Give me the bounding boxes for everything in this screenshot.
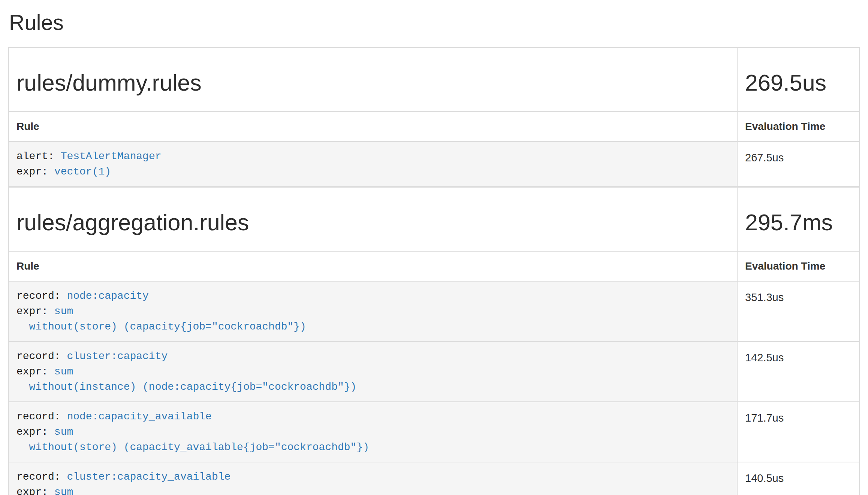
rule-row: record: node:capacity expr: sum without(… <box>9 281 859 341</box>
rule-group-file: rules/aggregation.rules <box>16 206 729 239</box>
page-title: Rules <box>9 7 860 38</box>
rule-name-link[interactable]: cluster:capacity_available <box>67 471 230 483</box>
rule-name-link[interactable]: node:capacity <box>67 290 148 302</box>
rule-expr-label: expr: <box>16 166 48 177</box>
column-header-row: Rule Evaluation Time <box>9 251 859 281</box>
rule-group-eval-time: 269.5us <box>745 67 852 99</box>
rule-definition: alert: TestAlertManager expr: vector(1) <box>9 142 737 186</box>
group-heading-row: rules/aggregation.rules 295.7ms <box>9 187 859 251</box>
column-header-row: Rule Evaluation Time <box>9 112 859 142</box>
rule-row: record: cluster:capacity expr: sum witho… <box>9 341 859 402</box>
rule-name-link[interactable]: TestAlertManager <box>61 151 162 162</box>
rule-expr-label: expr: <box>16 426 48 438</box>
rule-type-label: record: <box>16 411 61 422</box>
rule-expr-label: expr: <box>16 306 48 317</box>
rule-group-table-aggregation: rules/aggregation.rules 295.7ms Rule Eva… <box>8 187 860 495</box>
rule-type-label: record: <box>16 290 61 302</box>
rule-row: alert: TestAlertManager expr: vector(1) … <box>9 142 859 186</box>
rule-expr-link[interactable]: vector(1) <box>54 166 111 177</box>
rule-group-table-dummy: rules/dummy.rules 269.5us Rule Evaluatio… <box>8 47 860 187</box>
rule-column-header: Rule <box>9 251 737 281</box>
rule-name-link[interactable]: node:capacity_available <box>67 411 211 422</box>
rule-eval-time: 267.5us <box>737 142 859 186</box>
rule-eval-time: 140.5us <box>737 462 859 495</box>
rule-definition: record: node:capacity_available expr: su… <box>9 402 737 462</box>
rule-definition: record: cluster:capacity_available expr:… <box>9 462 737 495</box>
rule-expr-label: expr: <box>16 366 48 377</box>
rule-type-label: alert: <box>16 151 54 162</box>
rule-column-header: Rule <box>9 112 737 142</box>
rule-type-label: record: <box>16 350 61 362</box>
rules-page: Rules rules/dummy.rules 269.5us Rule Eva… <box>0 7 868 495</box>
rule-row: record: cluster:capacity_available expr:… <box>9 462 859 495</box>
group-heading-row: rules/dummy.rules 269.5us <box>9 48 859 112</box>
rule-definition: record: node:capacity expr: sum without(… <box>9 282 737 341</box>
rule-type-label: record: <box>16 471 61 483</box>
rule-definition: record: cluster:capacity expr: sum witho… <box>9 342 737 401</box>
rule-expr-link[interactable]: sum without(instance) (node:capacity{job… <box>16 366 356 393</box>
rule-row: record: node:capacity_available expr: su… <box>9 402 859 462</box>
rule-group-eval-time: 295.7ms <box>745 206 852 239</box>
rule-name-link[interactable]: cluster:capacity <box>67 350 168 362</box>
rule-eval-time: 142.5us <box>737 341 859 402</box>
eval-time-column-header: Evaluation Time <box>737 112 859 142</box>
rule-expr-link[interactable]: sum without(store) (capacity_available{j… <box>16 426 369 453</box>
rule-eval-time: 351.3us <box>737 281 859 341</box>
eval-time-column-header: Evaluation Time <box>737 251 859 281</box>
rule-eval-time: 171.7us <box>737 402 859 462</box>
rule-expr-link[interactable]: sum without(instance) (node:capacity_ava… <box>16 486 419 495</box>
rule-expr-label: expr: <box>16 486 48 495</box>
rule-group-file: rules/dummy.rules <box>16 67 729 99</box>
rule-expr-link[interactable]: sum without(store) (capacity{job="cockro… <box>16 306 306 332</box>
